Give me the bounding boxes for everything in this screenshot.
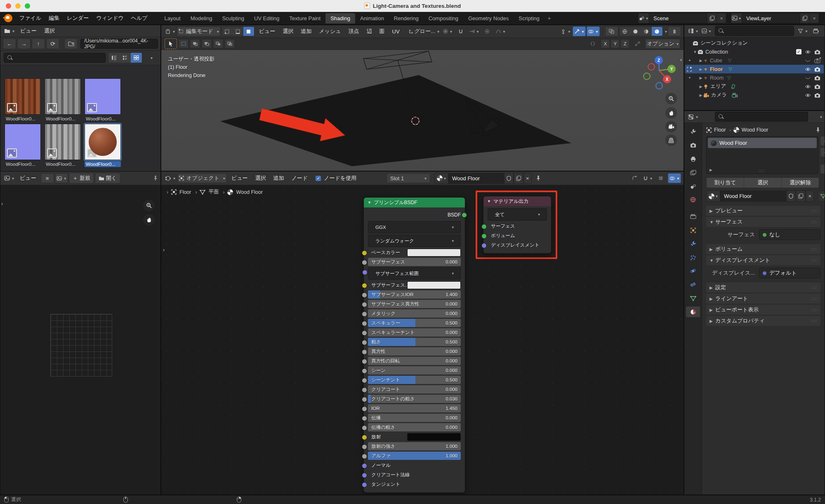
row-label[interactable]: カメラ — [711, 92, 727, 99]
drag-handle-icon[interactable]: :::: — [811, 220, 817, 224]
node-param-row[interactable]: 粗さ 0.500 ▾ — [368, 338, 461, 346]
unlink-material-button[interactable]: × — [806, 191, 814, 202]
solid-shading-button[interactable] — [630, 27, 641, 36]
eye-closed-icon[interactable] — [805, 76, 811, 80]
menu-item[interactable]: ファイル — [16, 13, 45, 24]
zoom-image-button[interactable] — [143, 200, 155, 211]
tab-scene[interactable] — [686, 181, 700, 191]
close-window-button[interactable] — [6, 3, 11, 9]
unlink-material-button[interactable]: × — [523, 173, 532, 184]
outliner-search-input[interactable] — [715, 26, 794, 36]
mirror-axis-button[interactable]: Y — [610, 39, 620, 48]
editor-type-button[interactable]: ▾ — [164, 27, 176, 36]
browse-material-dropdown[interactable]: ▾ — [706, 191, 720, 202]
drag-handle-icon[interactable]: :::: — [811, 297, 817, 301]
row-label[interactable]: エリア — [710, 83, 726, 90]
outliner-row-camera[interactable]: ▶ カメラ — [685, 91, 824, 99]
workspace-tab[interactable]: Layout — [160, 13, 186, 24]
node-param-row[interactable]: サブサーフェスIOR 1.400 ▾ — [368, 290, 461, 299]
select-new-button[interactable] — [179, 39, 189, 48]
node-input-row[interactable]: ディスプレイスメント — [488, 241, 547, 249]
pin-icon[interactable] — [153, 175, 158, 181]
editor-type-button[interactable]: ▾ — [3, 26, 16, 35]
row-label[interactable]: Room — [710, 75, 724, 81]
node-param-row[interactable]: GGX ▾ — [368, 221, 461, 233]
file-thumbnail[interactable] — [5, 78, 41, 115]
tab-constraints[interactable] — [686, 279, 700, 290]
file-thumbnail[interactable] — [85, 124, 121, 160]
sidebar-toggle-icon[interactable]: › — [1, 201, 3, 207]
displacement-selector[interactable]: デフォルト — [759, 268, 820, 278]
new-image-button[interactable]: ＋ 新規 — [69, 173, 94, 184]
back-button[interactable]: ← — [3, 38, 16, 49]
principled-bsdf-node[interactable]: ▼ プリンシプルBSDF BSDF GGX — [363, 197, 465, 493]
breadcrumb-material[interactable]: Wood Floor — [236, 189, 262, 195]
camera-view-button[interactable] — [665, 121, 677, 132]
input-socket[interactable] — [481, 243, 487, 248]
collection-checkbox[interactable]: ✓ — [796, 49, 801, 54]
panel-viewport-display[interactable]: ▶ビューポート表示:::: — [706, 305, 820, 315]
file-item[interactable]: WoodFloor0... — [45, 124, 81, 167]
mirror-axis-button[interactable]: Z — [620, 39, 629, 48]
node-canvas[interactable]: › › Floor › 平面 › Wood Floor ▼ プリンシプルBSDF — [161, 185, 684, 495]
open-image-button[interactable]: 開く — [95, 173, 120, 184]
workspace-tab[interactable]: Scripting — [514, 13, 544, 24]
menu-item[interactable]: 編集 — [45, 13, 63, 24]
camera-render-icon[interactable] — [814, 75, 820, 80]
input-socket[interactable] — [481, 233, 487, 239]
panel-custom-properties[interactable]: ▶カスタムプロパティ:::: — [706, 316, 820, 326]
path-field[interactable]: /Users/mikioma...oor004_4K-JPG/ — [80, 39, 158, 49]
editor-type-button[interactable]: ▾ — [164, 174, 177, 183]
expand-icon[interactable]: ▶ — [698, 76, 703, 80]
node-param-row[interactable]: サブサーフェス異方性 0.000 ▾ — [368, 300, 461, 308]
material-slot-list[interactable]: Wood Floor ▶ :::: — [706, 136, 818, 174]
node-param-row[interactable]: 放射の強さ 1.000 ▾ — [368, 442, 461, 450]
snapping-toggle[interactable]: ▾ — [641, 174, 654, 183]
viewport-canvas[interactable]: Z Y X ユーザー・透視投影(1) FloorRendering Done ‹ — [161, 50, 684, 171]
forward-button[interactable]: → — [17, 38, 31, 49]
fake-user-shield-button[interactable] — [786, 191, 796, 202]
select-subtract-button[interactable] — [202, 39, 212, 48]
tab-physics[interactable] — [686, 266, 700, 276]
drag-handle-icon[interactable]: :::: — [811, 209, 817, 213]
outliner-row-floor[interactable]: ▶ ▼ Floor ▽ — [685, 65, 824, 73]
pan-viewport-button[interactable] — [665, 107, 677, 119]
drag-handle-icon[interactable]: :::: — [759, 169, 765, 173]
expand-icon[interactable]: ▼ — [693, 50, 698, 54]
bsdf-output-socket[interactable] — [462, 212, 467, 218]
panel-settings[interactable]: ▶設定:::: — [706, 283, 820, 292]
input-socket[interactable] — [362, 463, 367, 469]
node-param-row[interactable]: 伝播の粗さ 0.000 ▾ — [368, 423, 461, 431]
output-target-dropdown[interactable]: 全て ▾ — [488, 208, 547, 221]
tab-modifiers[interactable] — [686, 238, 700, 249]
menu-item[interactable]: 選択 — [279, 26, 297, 37]
input-socket[interactable] — [362, 473, 367, 478]
viewlayer-selector[interactable]: ▾ ViewLayer × — [731, 13, 819, 24]
camera-render-icon[interactable] — [814, 49, 820, 54]
face-select-button[interactable] — [243, 27, 254, 36]
view-menu[interactable]: ビュー — [16, 173, 40, 184]
input-socket[interactable] — [362, 260, 367, 265]
node-input-row[interactable]: サーフェス — [488, 222, 547, 230]
panel-line-art[interactable]: ▶ラインアート:::: — [706, 294, 820, 304]
input-socket[interactable] — [362, 444, 367, 450]
node-param-row[interactable]: ランダムウォーク ▾ — [368, 235, 461, 247]
options-dropdown[interactable]: オプション▾ — [645, 39, 680, 49]
menu-item[interactable]: ビュー — [228, 173, 252, 184]
file-thumbnail[interactable] — [5, 124, 41, 160]
pin-icon[interactable] — [816, 127, 820, 133]
node-param-row[interactable]: シーンチント 0.500 ▾ — [368, 376, 461, 384]
node-param-row[interactable]: スペキュラーチント 0.000 ▾ — [368, 328, 461, 337]
input-socket[interactable] — [362, 330, 367, 336]
sidebar-toggle-icon[interactable]: › — [163, 247, 165, 253]
color-swatch[interactable] — [407, 433, 461, 441]
select-invert-button[interactable] — [213, 39, 223, 48]
search-input[interactable] — [4, 53, 106, 63]
node-param-row[interactable]: スペキュラー 0.500 ▾ — [368, 319, 461, 327]
material-name-field[interactable]: Wood Floor — [720, 191, 786, 202]
file-item[interactable]: WoodFloor0... — [5, 124, 41, 167]
edge-select-button[interactable] — [233, 27, 243, 36]
tab-view-layer[interactable] — [686, 167, 700, 178]
minimize-window-button[interactable] — [15, 3, 21, 9]
node-param-row[interactable]: タンジェント ▾ — [368, 480, 461, 488]
